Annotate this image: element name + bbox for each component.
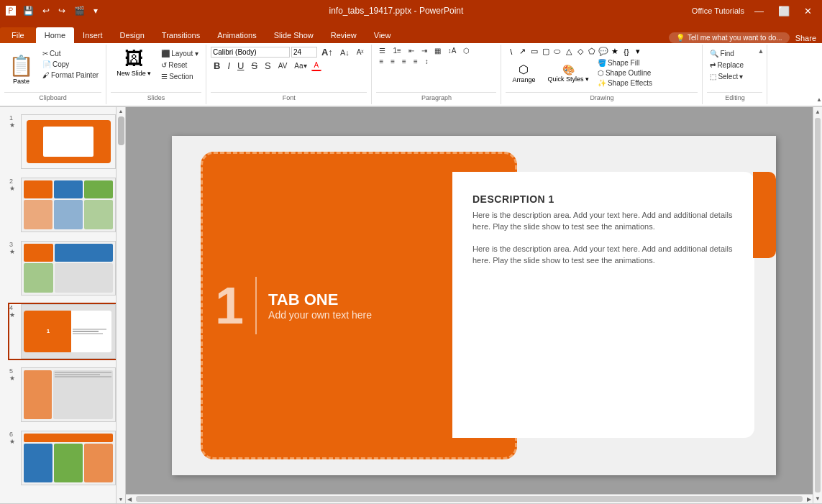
slide-item-6[interactable]: 6 ★ [8,429,117,487]
bold-button[interactable]: B [211,60,223,72]
font-name-input[interactable] [211,47,290,58]
canvas-bottom-scrollbar[interactable]: ◀ ▶ [126,494,813,503]
align-center-button[interactable]: ≡ [388,57,398,66]
presentation-view-button[interactable]: 🎬 [71,4,88,17]
shape-star[interactable]: ★ [609,46,620,57]
customize-button[interactable]: ▾ [91,4,101,17]
collapse-button[interactable]: ▲ [756,46,765,56]
shape-diamond[interactable]: ◇ [575,46,585,57]
convert-to-smartart-button[interactable]: ⬡ [460,46,472,55]
shape-fill-button[interactable]: 🪣Shape Fill [595,58,655,68]
undo-button[interactable]: ↩ [40,4,52,17]
ribbon-collapse-arrow[interactable]: ▲ [816,96,822,103]
tab-animations[interactable]: Animations [209,27,265,43]
tab-file[interactable]: File [0,27,36,43]
justify-button[interactable]: ≡ [411,57,421,66]
grow-font-button[interactable]: A↑ [319,46,336,58]
paste-button[interactable]: 📋 Paste [4,46,38,92]
char-spacing-button[interactable]: AV [275,61,291,70]
shape-rect[interactable]: ▭ [529,46,539,57]
shape-brace[interactable]: {} [621,46,631,57]
text-direction-button[interactable]: ↕A [445,46,460,55]
increase-indent-button[interactable]: ⇥ [419,46,430,55]
shape-outline-button[interactable]: ⬡Shape Outline [595,68,655,78]
tab-slideshow[interactable]: Slide Show [265,27,322,43]
shape-oval[interactable]: ⬭ [552,46,562,57]
minimize-button[interactable]: — [750,4,768,18]
scroll-up-icon[interactable]: ▲ [813,107,822,116]
scroll-thumb[interactable] [118,116,124,145]
tab-subtitle[interactable]: Add your own text here [268,309,372,321]
shape-callout[interactable]: 💬 [598,46,608,57]
columns-button[interactable]: ▦ [431,46,444,55]
share-button[interactable]: Share [795,34,816,42]
section-button[interactable]: ☰Section [158,72,201,81]
arrange-button[interactable]: ⬡ Arrange [506,61,542,85]
numbering-button[interactable]: 1≡ [390,46,403,55]
tab-design[interactable]: Design [111,27,153,43]
italic-button[interactable]: I [224,60,233,72]
underline-button[interactable]: U [234,60,247,72]
layout-button[interactable]: ⬛Layout ▾ [158,49,201,58]
slide-item-3[interactable]: 3 ★ [8,239,117,297]
shape-effects-button[interactable]: ✨Shape Effects [595,78,655,88]
tab-home[interactable]: Home [36,27,74,43]
scroll-thumb-v[interactable] [815,118,821,492]
font-color-button[interactable]: A [311,60,322,71]
copy-button[interactable]: 📄Copy [40,60,101,69]
bullets-button[interactable]: ☰ [376,46,388,55]
slide-canvas[interactable]: DESCRIPTION 1 Here is the description ar… [172,136,776,475]
shrink-font-button[interactable]: A↓ [337,47,352,58]
cut-button[interactable]: ✂Cut [40,49,101,58]
decrease-indent-button[interactable]: ⇤ [406,46,417,55]
tell-me-box[interactable]: 💡 Tell me what you want to do... [669,32,790,43]
scroll-thumb-h[interactable] [136,496,803,502]
slide-item-2[interactable]: 2 ★ [8,176,117,234]
scroll-down-icon[interactable]: ▼ [813,494,822,503]
reset-button[interactable]: ↺Reset [158,60,201,70]
format-painter-button[interactable]: 🖌Format Painter [40,70,101,80]
shape-arrow[interactable]: ↗ [517,46,528,57]
close-button[interactable]: ✕ [800,4,816,18]
shadow-button[interactable]: S [262,60,274,72]
scroll-left-icon[interactable]: ◀ [126,496,133,503]
maximize-button[interactable]: ⬜ [774,4,794,18]
shape-triangle[interactable]: △ [563,46,574,57]
save-button[interactable]: 💾 [20,4,37,17]
lightbulb-icon: 💡 [676,34,685,42]
clear-format-button[interactable]: Aᵡ [354,47,367,57]
strikethrough-button[interactable]: S [248,60,260,72]
quick-styles-button[interactable]: 🎨 Quick Styles ▾ [544,63,592,84]
find-button[interactable]: 🔍Find [707,49,736,58]
scroll-up-arrow[interactable]: ▲ [117,107,125,115]
office-tutorials-link[interactable]: Office Tutorials [692,6,744,15]
scroll-down-arrow[interactable]: ▼ [117,495,125,503]
new-slide-button[interactable]: 🖼 New Slide ▾ [111,46,157,92]
canvas-right-scrollbar[interactable]: ▲ ▼ [813,107,822,503]
shape-pentagon[interactable]: ⬠ [586,46,597,57]
line-spacing-button[interactable]: ↕ [422,57,431,66]
select-button[interactable]: ⬚Select ▾ [707,72,746,81]
tab-transitions[interactable]: Transitions [153,27,209,43]
slide-item-4[interactable]: 4 ★ 1 [8,303,117,360]
tab-insert[interactable]: Insert [74,27,111,43]
description-text-1[interactable]: Here is the description area. Add your t… [472,209,734,233]
description-text-2[interactable]: Here is the description area. Add your t… [472,243,734,267]
change-case-button[interactable]: Aa▾ [291,61,309,70]
align-right-button[interactable]: ≡ [399,57,409,66]
shape-more[interactable]: ▾ [632,46,643,57]
shape-rounded-rect[interactable]: ▢ [540,46,551,57]
align-left-button[interactable]: ≡ [376,57,386,66]
slide-item-1[interactable]: 1 ★ [8,113,117,170]
slide-panel-scrollbar[interactable]: ▲ ▼ [116,107,125,503]
font-size-input[interactable] [291,47,317,58]
slide-item-5[interactable]: 5 ★ [8,366,117,423]
description-title: DESCRIPTION 1 [472,193,734,205]
tab-title[interactable]: TAB ONE [268,290,372,309]
scroll-right-icon[interactable]: ▶ [805,496,813,503]
tab-view[interactable]: View [365,27,400,43]
tab-review[interactable]: Review [322,27,365,43]
redo-button[interactable]: ↪ [55,4,68,17]
replace-button[interactable]: ⇄Replace [707,60,746,70]
shape-line[interactable]: \ [506,46,516,57]
